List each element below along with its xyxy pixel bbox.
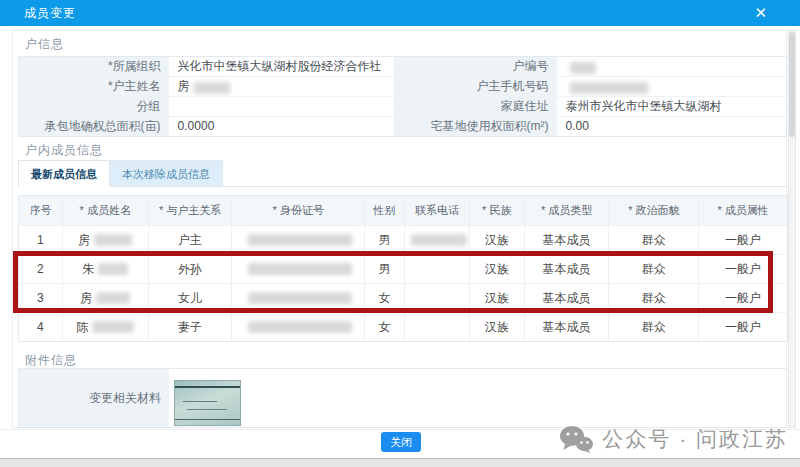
table-cell: 1 xyxy=(19,226,63,254)
redacted-text xyxy=(92,321,134,333)
table-cell xyxy=(405,255,470,283)
column-header: 性别 xyxy=(365,196,405,225)
redacted-text xyxy=(570,82,648,94)
table-cell: 朱 xyxy=(63,255,149,283)
field-value: 兴化市中堡镇大纵湖村股份经济合作社 xyxy=(169,57,395,76)
redacted-text xyxy=(248,292,352,304)
table-cell: 女 xyxy=(365,284,405,312)
member-table: 序号* 成员姓名* 与户主关系* 身份证号性别联系电话* 民族* 成员类型* 政… xyxy=(18,195,788,342)
table-cell: 基本成员 xyxy=(525,226,610,254)
table-cell: 基本成员 xyxy=(525,284,610,312)
field-label: 户编号 xyxy=(395,57,557,76)
section-title-members: 户内成员信息 xyxy=(25,142,103,159)
household-form: *所属组织兴化市中堡镇大纵湖村股份经济合作社户编号*户主姓名房户主手机号码分组家… xyxy=(18,56,787,137)
redacted-text xyxy=(194,82,230,94)
table-cell: 女 xyxy=(365,313,405,341)
field-label: 分组 xyxy=(19,97,169,116)
table-cell: 房 xyxy=(63,284,149,312)
column-header: * 身份证号 xyxy=(232,196,365,225)
column-header: 联系电话 xyxy=(405,196,470,225)
form-row: 承包地确权总面积(亩)0.0000宅基地使用权面积(m²)0.00 xyxy=(19,117,786,136)
redacted-text xyxy=(248,263,352,275)
table-cell: 群众 xyxy=(609,313,699,341)
form-row: *户主姓名房户主手机号码 xyxy=(19,77,786,97)
table-cell: 汉族 xyxy=(470,284,525,312)
table-cell: 房 xyxy=(63,226,149,254)
tab-latest-members[interactable]: 最新成员信息 xyxy=(18,160,110,187)
column-header: * 民族 xyxy=(470,196,525,225)
table-cell: 男 xyxy=(365,255,405,283)
close-icon[interactable]: ✕ xyxy=(754,0,767,26)
table-cell: 2 xyxy=(19,255,63,283)
redacted-text xyxy=(411,234,467,246)
table-cell: 汉族 xyxy=(470,226,525,254)
tab-removed-members[interactable]: 本次移除成员信息 xyxy=(110,160,223,187)
column-header: * 成员属性 xyxy=(699,196,787,225)
table-cell: 外孙 xyxy=(149,255,233,283)
member-row[interactable]: 4陈妻子女汉族基本成员群众一般户 xyxy=(19,313,787,341)
form-row: *所属组织兴化市中堡镇大纵湖村股份经济合作社户编号 xyxy=(19,57,786,77)
form-row: 分组家庭住址泰州市兴化市中堡镇大纵湖村 xyxy=(19,97,786,117)
member-tabs: 最新成员信息 本次移除成员信息 xyxy=(18,160,787,187)
table-cell xyxy=(232,226,365,254)
attachment-row: 变更相关材料 xyxy=(18,368,787,428)
dialog-titlebar: 成员变更 ✕ xyxy=(0,0,800,26)
field-label: *所属组织 xyxy=(19,57,169,76)
field-value: 0.0000 xyxy=(169,117,395,136)
table-cell: 4 xyxy=(19,313,63,341)
table-cell: 3 xyxy=(19,284,63,312)
table-cell: 妻子 xyxy=(149,313,233,341)
field-value xyxy=(169,97,395,116)
field-value xyxy=(557,77,786,96)
member-row[interactable]: 3房女儿女汉族基本成员群众一般户 xyxy=(19,284,787,313)
table-cell: 陈 xyxy=(63,313,149,341)
watermark: 公众号 · 问政江苏 xyxy=(559,424,788,454)
member-table-header: 序号* 成员姓名* 与户主关系* 身份证号性别联系电话* 民族* 成员类型* 政… xyxy=(19,196,787,226)
member-table-body: 1房户主男汉族基本成员群众一般户2朱外孙男汉族基本成员群众一般户3房女儿女汉族基… xyxy=(19,226,787,341)
attachment-thumbnail[interactable] xyxy=(174,380,241,426)
attachment-label: 变更相关材料 xyxy=(19,369,169,427)
table-cell: 一般户 xyxy=(699,255,787,283)
field-value: 房 xyxy=(169,77,395,96)
column-header: 序号 xyxy=(19,196,63,225)
table-cell xyxy=(405,226,470,254)
redacted-text xyxy=(94,234,132,246)
table-cell xyxy=(232,255,365,283)
dialog-title: 成员变更 xyxy=(24,5,76,22)
member-row[interactable]: 2朱外孙男汉族基本成员群众一般户 xyxy=(19,255,787,284)
field-label: *户主姓名 xyxy=(19,77,169,96)
field-label: 宅基地使用权面积(m²) xyxy=(395,117,557,136)
redacted-text xyxy=(96,292,130,304)
table-cell xyxy=(232,284,365,312)
wechat-icon xyxy=(559,425,593,453)
field-value xyxy=(557,57,786,76)
table-cell: 基本成员 xyxy=(525,255,610,283)
table-cell: 女儿 xyxy=(149,284,233,312)
field-label: 户主手机号码 xyxy=(395,77,557,96)
column-header: * 成员姓名 xyxy=(63,196,149,225)
table-cell: 一般户 xyxy=(699,226,787,254)
redacted-text xyxy=(248,321,352,333)
member-row[interactable]: 1房户主男汉族基本成员群众一般户 xyxy=(19,226,787,255)
table-cell: 群众 xyxy=(609,226,699,254)
scrollbar-thumb[interactable] xyxy=(789,32,795,137)
table-cell: 基本成员 xyxy=(525,313,610,341)
watermark-text: 公众号 · 问政江苏 xyxy=(602,425,788,453)
section-title-household: 户信息 xyxy=(25,36,64,53)
member-change-dialog: 成员变更 ✕ 户信息 *所属组织兴化市中堡镇大纵湖村股份经济合作社户编号*户主姓… xyxy=(0,0,800,467)
field-value: 0.00 xyxy=(557,117,786,136)
field-value: 泰州市兴化市中堡镇大纵湖村 xyxy=(557,97,786,116)
table-cell xyxy=(405,284,470,312)
table-cell: 户主 xyxy=(149,226,233,254)
column-header: * 政治面貌 xyxy=(609,196,699,225)
redacted-text xyxy=(98,263,128,275)
table-cell xyxy=(232,313,365,341)
table-cell: 男 xyxy=(365,226,405,254)
field-label: 承包地确权总面积(亩) xyxy=(19,117,169,136)
close-button[interactable]: 关闭 xyxy=(381,432,421,452)
table-cell: 一般户 xyxy=(699,284,787,312)
table-cell xyxy=(405,313,470,341)
redacted-text xyxy=(570,62,596,74)
column-header: * 成员类型 xyxy=(525,196,610,225)
redacted-text xyxy=(248,234,352,246)
